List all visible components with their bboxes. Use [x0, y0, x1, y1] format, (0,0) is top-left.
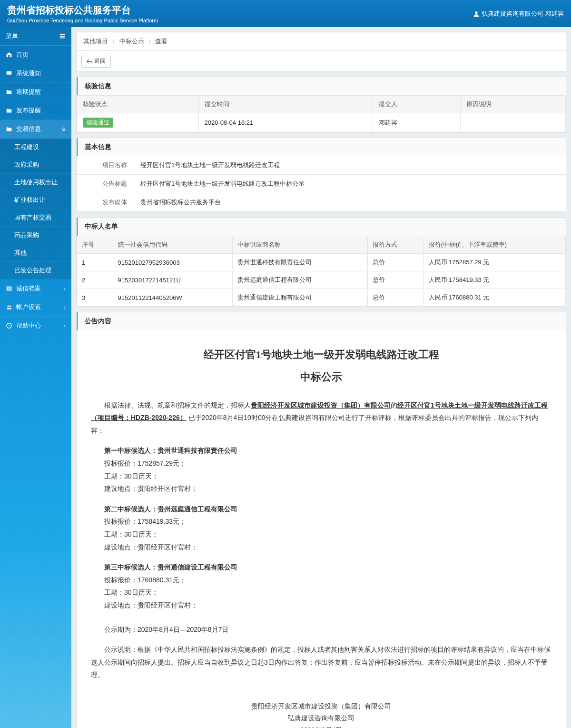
sidebar-item-2[interactable]: 逾期提醒	[0, 83, 71, 101]
back-button[interactable]: 返回	[81, 55, 111, 68]
verify-reason	[460, 113, 565, 132]
menu-icon	[6, 126, 12, 132]
bid-th: 报价方式	[368, 236, 423, 254]
verify-row: 核验通过 2020-08-04 16:21 邓廷容	[77, 113, 566, 132]
menu-label: 交易信息	[16, 125, 41, 133]
sidebar-item-4[interactable]: 交易信息⊖	[0, 120, 71, 139]
menu-collapse-icon[interactable]	[59, 33, 66, 40]
candidate-title: 第三中标候选人：贵州通信建设工程有限公司	[104, 561, 551, 574]
menu-label: 发布提醒	[16, 106, 41, 115]
candidate-title: 第二中标候选人：贵州远庭通信工程有限公司	[104, 503, 551, 516]
announce-explain: 公示说明：根据《中华人民共和国招标投标法实施条例》的规定，投标人或者其他利害关系…	[91, 643, 551, 681]
announce-panel-title: 公告内容	[77, 312, 566, 330]
crumb-2: 查看	[155, 38, 167, 45]
th-time: 提交时间	[198, 96, 373, 113]
basic-row: 公告标题经开区付官1号地块土地一级开发弱电线路迁改工程中标公示	[77, 175, 566, 193]
breadcrumb: 其他项目 › 中标公示 › 查看	[76, 32, 566, 51]
sidebar-item-0[interactable]: 首页	[0, 46, 71, 64]
announce-signature: 贵阳经济开发区城市建设投资（集团）有限公司 弘典建设咨询有限公司 2020年8月…	[91, 700, 551, 728]
verify-time: 2020-08-04 16:21	[198, 113, 373, 132]
bid-th: 序号	[77, 236, 113, 254]
basic-label: 公告标题	[77, 175, 134, 193]
th-person: 提交人	[373, 96, 461, 113]
bid-cell-no: 3	[77, 289, 113, 307]
sidebar-item-1[interactable]: 系统通知	[0, 64, 71, 83]
candidate-location: 建设地点：贵阳经开区付官村；	[104, 541, 551, 554]
submenu-item-7[interactable]: 已发公告处理	[0, 262, 71, 279]
basic-title: 基本信息	[77, 138, 566, 156]
submenu-item-1[interactable]: 政府采购	[0, 156, 71, 174]
basic-value: 经开区付官1号地块土地一级开发弱电线路迁改工程中标公示	[134, 175, 566, 193]
toolbar: 返回	[76, 51, 566, 72]
bid-cell-code: 91520301722145121U	[113, 271, 232, 289]
sign-date: 2020年8月4日	[91, 724, 551, 728]
user-name: 弘典建设咨询有限公司-邓廷容	[482, 10, 564, 18]
user-icon	[473, 10, 480, 17]
submenu-item-6[interactable]: 其他	[0, 244, 71, 262]
sign-org1: 贵阳经济开发区城市建设投资（集团）有限公司	[91, 700, 551, 712]
verify-person: 邓廷容	[373, 113, 461, 132]
submenu-item-5[interactable]: 药品采购	[0, 227, 71, 244]
th-reason: 原因说明	[460, 96, 565, 113]
menu-icon	[6, 304, 12, 310]
table-row: 1915201027952936003贵州世通科技有限责任公司总价人民币 175…	[77, 254, 566, 271]
basic-label: 发布媒体	[77, 193, 134, 211]
sidebar-item-3[interactable]: 发布提醒	[0, 101, 71, 120]
platform-title: 贵州省招标投标公共服务平台	[7, 5, 131, 15]
th-status: 核验状态	[77, 96, 199, 113]
chevron-right-icon: ›	[64, 304, 66, 310]
candidate-location: 建设地点：贵阳经开区付官村；	[104, 482, 551, 495]
submenu-item-4[interactable]: 国有产权交易	[0, 209, 71, 227]
candidate-1: 第二中标候选人：贵州远庭通信工程有限公司投标报价：1758419.33元；工期：…	[104, 503, 551, 553]
app-header: 贵州省招标投标公共服务平台 GuiZhou Province Tendering…	[0, 0, 571, 27]
chevron-down-icon: ⊖	[61, 126, 66, 132]
bid-cell-no: 1	[77, 254, 113, 271]
bid-cell-price: 人民币 1760880.31 元	[423, 289, 566, 307]
candidate-duration: 工期：30日历天；	[104, 528, 551, 541]
menu-label: 菜单	[6, 32, 18, 40]
bid-cell-code: 915201027952936003	[113, 254, 232, 271]
basic-row: 发布媒体贵州省招标投标公共服务平台	[77, 193, 566, 212]
svg-point-0	[475, 11, 477, 13]
bidders-panel: 中标人名单 序号统一社会信用代码中标供应商名称报价方式报价(中标价、下浮率或费率…	[76, 217, 566, 307]
submenu-item-2[interactable]: 土地使用权出让	[0, 174, 71, 191]
basic-value: 经开区付官1号地块土地一级开发弱电线路迁改工程	[134, 156, 566, 174]
submenu-item-0[interactable]: 工程建设	[0, 139, 71, 156]
menu-icon	[6, 285, 12, 292]
menu-label: 逾期提醒	[16, 88, 41, 96]
candidate-title: 第一中标候选人：贵州世通科技有限责任公司	[104, 444, 551, 457]
candidate-price: 投标报价：1752857.29元；	[104, 457, 551, 470]
back-label: 返回	[94, 57, 106, 65]
bid-th: 中标供应商名称	[232, 236, 368, 254]
menu-icon	[6, 89, 12, 95]
bid-th: 报价(中标价、下浮率或费率)	[423, 236, 566, 254]
bidders-title: 中标人名单	[77, 218, 566, 236]
announce-panel: 公告内容 经开区付官1号地块土地一级开发弱电线路迁改工程 中标公示 根据法律、法…	[76, 312, 566, 728]
bid-cell-price: 人民币 1758419.33 元	[423, 271, 566, 289]
verify-panel: 核验信息 核验状态 提交时间 提交人 原因说明 核验通过 2020-08-04 …	[76, 77, 566, 133]
chevron-right-icon: ›	[64, 323, 66, 329]
svg-rect-1	[7, 71, 12, 75]
sidebar-item-7[interactable]: ?帮助中心›	[0, 317, 71, 335]
menu-label: 帮助中心	[16, 321, 41, 330]
table-row: 391520112214405206W贵州通信建设工程有限公司总价人民币 176…	[77, 289, 566, 307]
candidate-2: 第三中标候选人：贵州通信建设工程有限公司投标报价：1760880.31元；工期：…	[104, 561, 551, 611]
candidate-price: 投标报价：1758419.33元；	[104, 515, 551, 528]
sidebar-item-5[interactable]: 诚信档案›	[0, 279, 71, 298]
chevron-right-icon: ›	[113, 38, 115, 45]
bid-cell-name: 贵州远庭通信工程有限公司	[232, 271, 368, 289]
crumb-0[interactable]: 其他项目	[83, 38, 108, 45]
candidate-location: 建设地点：贵阳经开区付官村；	[104, 599, 551, 612]
menu-label: 帐户设置	[16, 303, 41, 311]
svg-point-4	[10, 306, 11, 308]
candidate-price: 投标报价：1760880.31元；	[104, 574, 551, 587]
user-info[interactable]: 弘典建设咨询有限公司-邓廷容	[473, 10, 564, 18]
chevron-right-icon: ›	[148, 38, 150, 45]
sidebar-item-6[interactable]: 帐户设置›	[0, 298, 71, 317]
menu-icon: ?	[6, 322, 12, 329]
announce-body: 经开区付官1号地块土地一级开发弱电线路迁改工程 中标公示 根据法律、法规、规章和…	[77, 330, 566, 728]
submenu-item-3[interactable]: 矿业权出让	[0, 191, 71, 209]
svg-text:?: ?	[8, 324, 10, 328]
bid-cell-method: 总价	[368, 254, 423, 271]
crumb-1[interactable]: 中标公示	[119, 38, 144, 45]
